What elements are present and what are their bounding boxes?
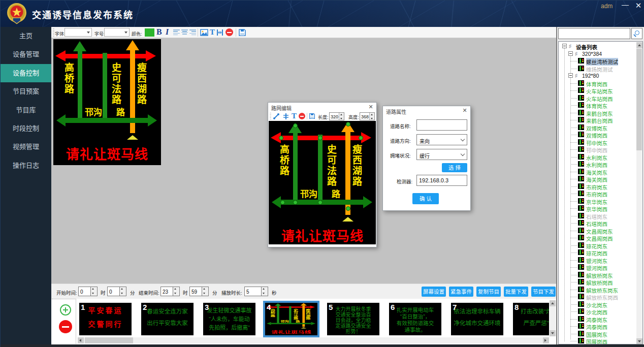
tree-device-海关岗西[interactable]: 海关岗西 [559, 175, 642, 183]
hscroll-thumb[interactable] [85, 337, 133, 343]
sidebar-item-operation-log[interactable]: 操作日志 [1, 156, 51, 175]
node-handle[interactable] [318, 200, 323, 205]
congestion-select[interactable]: 缓行 [416, 149, 467, 160]
save-icon[interactable] [238, 28, 246, 37]
program-thumbnail-8[interactable]: 打击改装“炸街严查严惩“机8 [513, 303, 549, 335]
start-min-input[interactable]: 0 [107, 287, 120, 296]
sidebar-item-program-plan[interactable]: 节目预案 [1, 82, 51, 101]
scroll-left-button[interactable] [78, 337, 84, 343]
tree-device-邗中岗西[interactable]: 邗中岗西 [559, 146, 642, 153]
image-icon[interactable] [200, 28, 208, 37]
expand-toggle[interactable] [568, 73, 573, 78]
sidebar-item-device-manage[interactable]: 设备管理 [1, 45, 51, 64]
tree-device-邗中岗东[interactable]: 邗中岗东 [559, 139, 642, 146]
select-detector-button[interactable]: 选 择 [442, 163, 467, 172]
tree-device-文昌阁岗东[interactable]: 文昌阁岗东 [559, 227, 642, 235]
tree-device-鸿泰岗东[interactable]: 鸿泰岗东 [559, 316, 642, 323]
program-thumbnail-2[interactable]: 春运安全连万家出行平安靠大家2 [141, 303, 194, 335]
tree-device-琼花岗西[interactable]: 琼花岗西 [559, 249, 642, 257]
tree-group-320*384[interactable]: ♯320*384 [559, 50, 642, 58]
expand-toggle[interactable] [568, 51, 573, 56]
end-min-spinner[interactable] [202, 287, 209, 296]
copy-program-button[interactable]: 复制节目 [476, 287, 501, 297]
tree-device-双博岗东[interactable]: 双博岗东 [559, 124, 642, 132]
align-center-icon[interactable] [181, 29, 188, 36]
roadnet-canvas[interactable]: 高桥路史可法路瘦西湖路邗沟路请礼让斑马线 [269, 121, 376, 244]
tree-device-石塔岗东[interactable]: 石塔岗东 [559, 212, 642, 220]
sidebar-item-device-control[interactable]: 设备控制 [1, 64, 51, 82]
tree-device-银河岗西[interactable]: 银河岗西 [559, 264, 642, 271]
tree-label[interactable]: 192*80 [582, 73, 599, 79]
spacing-icon[interactable] [216, 28, 224, 37]
roadnet-save-icon[interactable] [309, 113, 315, 119]
program-thumbnail-3[interactable]: 发生轻微交通事故“人未伤，车能动先拍照，后撤离”3 [203, 303, 255, 335]
scroll-down-button[interactable] [550, 330, 556, 336]
user-label[interactable]: adm [601, 3, 613, 10]
tree-device-水利岗西[interactable]: 水利岗西 [559, 161, 642, 168]
tree-device-解放桥岗东[interactable]: 解放桥岗东 [559, 271, 642, 279]
program-list-vscrollbar[interactable] [550, 300, 556, 336]
device-search-button[interactable] [631, 28, 642, 39]
program-list-hscrollbar[interactable] [78, 337, 549, 343]
display-preview-panel[interactable]: 高桥路史可法路瘦西湖路邗沟路请礼让斑马线 [53, 39, 161, 165]
tree-device-京华岗东[interactable]: 京华岗东 [559, 198, 642, 205]
text-tool-icon[interactable]: T [210, 28, 215, 37]
tree-device-维扬岗测试[interactable]: 维扬岗测试 [559, 65, 642, 73]
tree-device-体育岗东[interactable]: 体育岗东 [559, 102, 642, 109]
tree-device-火车站岗东[interactable]: 火车站岗东 [559, 87, 642, 94]
size-select[interactable] [104, 28, 130, 37]
tree-device-双博岗西[interactable]: 双博岗西 [559, 131, 642, 139]
italic-button[interactable]: I [166, 27, 169, 37]
tree-root[interactable]: ♯设备列表 [559, 43, 642, 50]
node-handle[interactable] [346, 122, 350, 127]
node-handle[interactable] [346, 206, 350, 211]
program-thumbnail-4[interactable]: 高桥路史可法路瘦西湖路邗沟路请礼让斑马线4 [265, 303, 317, 335]
node-handle[interactable] [359, 136, 363, 140]
tree-device-国展岗西[interactable]: 国展岗西 [559, 337, 642, 344]
minimize-button[interactable]: — [620, 1, 630, 9]
node-handle[interactable] [318, 136, 323, 140]
start-hour-spinner[interactable] [91, 287, 98, 296]
tree-device-螺丝湾桥测试[interactable]: 螺丝湾桥测试 [559, 57, 642, 65]
props-dialog-titlebar[interactable]: 道路属性 ✕ [383, 106, 470, 115]
bold-button[interactable]: B [156, 27, 162, 37]
tree-device-水利岗东[interactable]: 水利岗东 [559, 153, 642, 161]
program-thumbnail-5[interactable]: 大力开展秋冬季交通安全整治百日会战，全力稳定道路交通安全形势！5 [327, 303, 379, 335]
add-program-button[interactable] [60, 304, 71, 316]
tree-device-琼花岗东[interactable]: 琼花岗东 [559, 242, 642, 249]
end-hour-input[interactable]: 23 [160, 287, 173, 296]
tree-device-解放桥东岗东[interactable]: 解放桥东岗东 [559, 286, 642, 294]
draw-road-icon[interactable] [273, 113, 280, 120]
align-right-icon[interactable] [189, 29, 196, 36]
screen-settings-button[interactable]: 屏幕设置 [422, 287, 446, 297]
tree-device-来鹤台岗西[interactable]: 来鹤台岗西 [559, 116, 642, 124]
confirm-button[interactable]: 确 认 [412, 193, 439, 204]
node-tool-icon[interactable] [282, 113, 289, 120]
tree-device-来鹤台岗东[interactable]: 来鹤台岗东 [559, 109, 642, 117]
tree-device-解放桥东岗西[interactable]: 解放桥东岗西 [559, 293, 642, 301]
roadnet-close-button[interactable]: ✕ [367, 104, 374, 110]
align-left-icon[interactable] [173, 29, 180, 36]
height-spinner[interactable]: 368 [360, 112, 375, 120]
sidebar-item-video-manage[interactable]: 视频管理 [1, 138, 51, 156]
props-close-button[interactable]: ✕ [461, 107, 468, 114]
scroll-right-button[interactable] [543, 337, 549, 343]
start-min-spinner[interactable] [120, 287, 126, 296]
tree-device-解放桥岗西[interactable]: 解放桥岗西 [559, 278, 642, 286]
program-send-button[interactable]: 节目下发 [531, 287, 556, 297]
tree-device-沙北岗东[interactable]: 沙北岗东 [559, 301, 642, 308]
tree-device-市府岗西[interactable]: 市府岗西 [559, 190, 642, 198]
tree-device-体育岗西[interactable]: 体育岗西 [559, 80, 642, 87]
node-handle[interactable] [280, 200, 285, 205]
program-thumbnail-7[interactable]: 依法治理非标车辆净化城市交通环境7 [451, 303, 503, 335]
close-button[interactable]: ✕ [633, 1, 643, 10]
sidebar-item-schedule-control[interactable]: 时段控制 [1, 119, 51, 138]
road-name-input[interactable] [416, 119, 467, 131]
duration-input[interactable]: 5 [244, 287, 262, 296]
detector-input[interactable]: 192.168.0.3 [416, 175, 467, 186]
start-hour-input[interactable]: 0 [78, 287, 91, 296]
tree-device-银河岗东[interactable]: 银河岗东 [559, 257, 642, 264]
roadnet-text-icon[interactable]: T [292, 112, 297, 120]
tree-device-海关岗东[interactable]: 海关岗东 [559, 168, 642, 176]
batch-send-button[interactable]: 批量下发 [504, 287, 528, 297]
